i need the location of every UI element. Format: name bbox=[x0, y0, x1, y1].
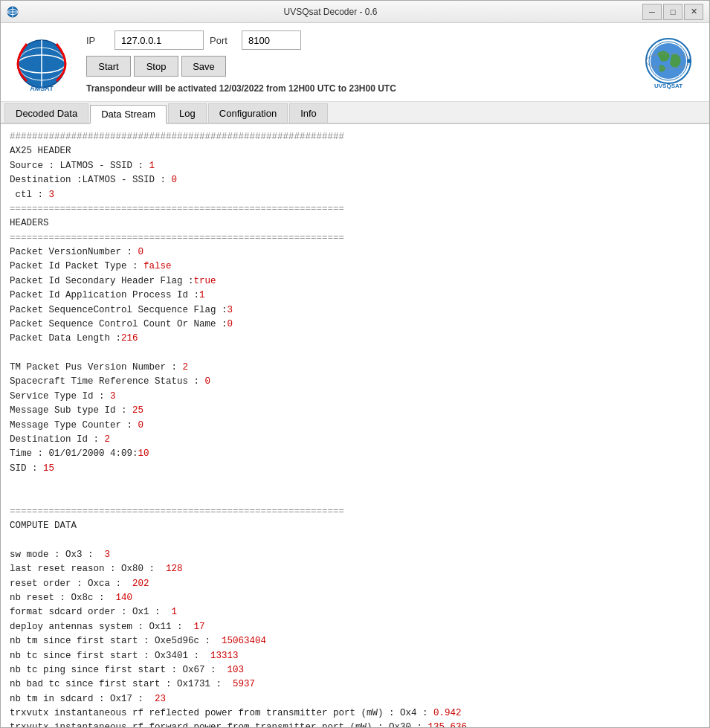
close-button[interactable]: ✕ bbox=[684, 4, 703, 20]
start-button[interactable]: Start bbox=[86, 56, 131, 77]
list-item: Packet Sequence Control Count Or Name :0 bbox=[10, 318, 700, 332]
tab-configuration[interactable]: Configuration bbox=[208, 103, 288, 123]
list-item: Destination Id : 2 bbox=[10, 433, 700, 447]
list-item: ########################################… bbox=[10, 130, 700, 144]
list-item: nb tm in sdcard : Ox17 : 23 bbox=[10, 692, 700, 706]
ip-input[interactable] bbox=[114, 30, 204, 50]
list-item: nb tc ping since first start : Ox67 : 10… bbox=[10, 663, 700, 677]
button-row: Start Stop Save bbox=[86, 56, 624, 77]
list-item bbox=[10, 490, 700, 504]
list-item: Packet Data Length :216 bbox=[10, 332, 700, 346]
tab-decoded-data[interactable]: Decoded Data bbox=[4, 103, 88, 123]
svg-text:UVSQSAT: UVSQSAT bbox=[654, 83, 682, 89]
stop-button[interactable]: Stop bbox=[134, 56, 178, 77]
list-item: nb reset : Ox8c : 140 bbox=[10, 591, 700, 605]
list-item: trxvutx instantaneous rf reflected power… bbox=[10, 706, 700, 721]
save-button[interactable]: Save bbox=[181, 56, 226, 77]
svg-text:AMSAT: AMSAT bbox=[30, 85, 54, 92]
title-bar: UVSQsat Decoder - 0.6 ─ □ ✕ bbox=[1, 1, 709, 23]
list-item: sw mode : Ox3 : 3 bbox=[10, 548, 700, 562]
tabs-bar: Decoded Data Data Stream Log Configurati… bbox=[1, 102, 709, 124]
uvsqsat-logo-area: UVSQSAT bbox=[639, 33, 698, 92]
data-stream-panel[interactable]: ########################################… bbox=[1, 124, 709, 727]
list-item: nb tm since first start : Oxe5d96c : 150… bbox=[10, 634, 700, 648]
list-item: ========================================… bbox=[10, 505, 700, 519]
list-item: Packet Id Secondary Header Flag :true bbox=[10, 274, 700, 289]
svg-point-14 bbox=[687, 59, 691, 63]
ip-row: IP Port bbox=[86, 30, 624, 50]
list-item: Packet Id Application Process Id :1 bbox=[10, 289, 700, 303]
list-item bbox=[10, 347, 700, 361]
list-item: format sdcard order : Ox1 : 1 bbox=[10, 605, 700, 619]
port-input[interactable] bbox=[242, 30, 301, 50]
ip-label: IP bbox=[86, 35, 109, 46]
list-item: COMPUTE DATA bbox=[10, 519, 700, 533]
port-label: Port bbox=[210, 35, 236, 46]
list-item: TM Packet Pus Version Number : 2 bbox=[10, 361, 700, 375]
list-item: reset order : Oxca : 202 bbox=[10, 577, 700, 591]
window-controls: ─ □ ✕ bbox=[642, 4, 703, 20]
svg-point-12 bbox=[651, 43, 686, 79]
list-item: Service Type Id : 3 bbox=[10, 390, 700, 404]
list-item: deploy antennas system : Ox11 : 17 bbox=[10, 620, 700, 634]
main-window: UVSQsat Decoder - 0.6 ─ □ ✕ A bbox=[0, 0, 710, 728]
list-item: AX25 HEADER bbox=[10, 144, 700, 158]
list-item: nb bad tc since first start : Ox1731 : 5… bbox=[10, 677, 700, 692]
list-item: ctl : 3 bbox=[10, 188, 700, 202]
header-section: AMSAT Francophone IP Port Start Stop Sav… bbox=[1, 23, 709, 102]
list-item: Packet VersionNumber : 0 bbox=[10, 245, 700, 260]
list-item: Message Type Counter : 0 bbox=[10, 419, 700, 433]
minimize-button[interactable]: ─ bbox=[642, 4, 662, 20]
window-title: UVSQsat Decoder - 0.6 bbox=[19, 7, 642, 17]
app-icon bbox=[7, 6, 19, 18]
list-item: Source : LATMOS - SSID : 1 bbox=[10, 159, 700, 173]
list-item: nb tc since first start : Ox3401 : 13313 bbox=[10, 649, 700, 663]
list-item: HEADERS bbox=[10, 216, 700, 231]
connection-area: IP Port Start Stop Save Transpondeur wil… bbox=[86, 30, 624, 94]
notice-text: Transpondeur will be activated 12/03/202… bbox=[86, 80, 396, 94]
list-item: ========================================… bbox=[10, 231, 700, 245]
list-item: Time : 01/01/2000 4:09:10 bbox=[10, 447, 700, 461]
content-area: ########################################… bbox=[1, 124, 709, 727]
maximize-button[interactable]: □ bbox=[663, 4, 682, 20]
list-item: Message Sub type Id : 25 bbox=[10, 404, 700, 418]
amsat-logo: AMSAT Francophone bbox=[12, 33, 71, 92]
uvsqsat-logo: UVSQSAT bbox=[639, 33, 698, 92]
list-item: SID : 15 bbox=[10, 462, 700, 476]
list-item bbox=[10, 476, 700, 490]
list-item: Packet Id Packet Type : false bbox=[10, 260, 700, 274]
tab-info[interactable]: Info bbox=[289, 103, 328, 123]
notice-area: Transpondeur will be activated 12/03/202… bbox=[86, 83, 624, 94]
list-item: ========================================… bbox=[10, 202, 700, 216]
list-item: Spacecraft Time Reference Status : 0 bbox=[10, 375, 700, 389]
list-item: Destination :LATMOS - SSID : 0 bbox=[10, 173, 700, 187]
list-item: trxvutx instantaneous rf forward power f… bbox=[10, 721, 700, 727]
list-item: last reset reason : Ox80 : 128 bbox=[10, 562, 700, 576]
tab-log[interactable]: Log bbox=[168, 103, 207, 123]
list-item bbox=[10, 534, 700, 548]
amsat-logo-area: AMSAT Francophone bbox=[12, 33, 71, 92]
tab-data-stream[interactable]: Data Stream bbox=[90, 105, 167, 124]
list-item: Packet SequenceControl Secquence Flag :3 bbox=[10, 303, 700, 318]
